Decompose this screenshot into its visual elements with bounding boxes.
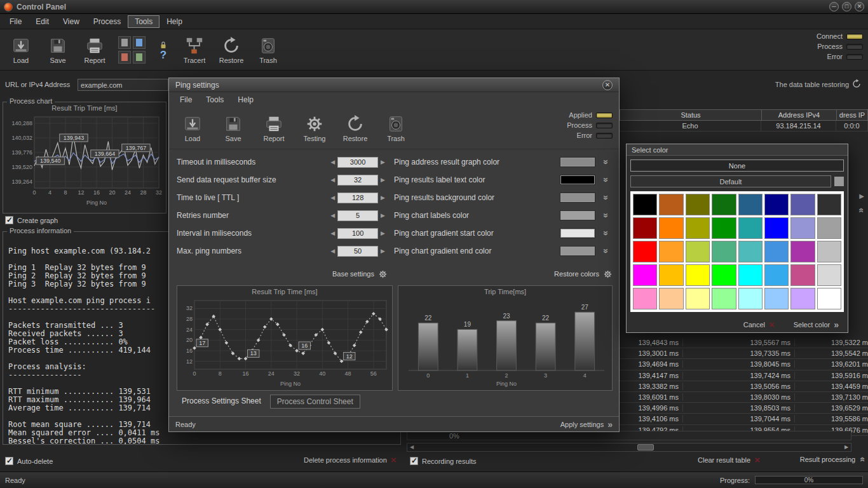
right-arrow-icon[interactable]: ▶ — [378, 212, 388, 219]
left-arrow-icon[interactable]: ◀ — [328, 159, 337, 165]
menu-item[interactable]: File — [3, 15, 29, 28]
table-row[interactable]: 139,6091 ms 139,8030 ms 139,7130 m — [620, 392, 868, 403]
palette-swatch[interactable] — [764, 288, 789, 309]
palette-swatch[interactable] — [633, 217, 657, 239]
auto-delete-checkbox[interactable]: Auto-delete — [5, 457, 53, 465]
table-row[interactable]: Echo 93.184.215.14 0:0:0 — [620, 121, 868, 132]
palette-swatch[interactable] — [738, 241, 763, 262]
apply-settings-button[interactable]: Apply settings » — [560, 421, 613, 428]
palette-swatch[interactable] — [738, 217, 763, 239]
palette-swatch[interactable] — [764, 194, 789, 215]
horizontal-scrollbar[interactable]: ◀ ▶ — [407, 443, 851, 452]
column-header-ipv6[interactable]: dress IP — [837, 110, 867, 120]
color-picker-button[interactable]: » — [600, 246, 613, 256]
restore-button[interactable]: Restore — [339, 110, 371, 147]
palette-swatch[interactable] — [686, 241, 710, 262]
palette-swatch[interactable] — [712, 264, 736, 286]
palette-swatch[interactable] — [686, 288, 710, 309]
left-arrow-icon[interactable]: ◀ — [328, 230, 337, 236]
palette-swatch[interactable] — [764, 241, 789, 262]
palette-swatch[interactable] — [712, 288, 736, 309]
color-swatch[interactable] — [560, 193, 595, 202]
menu-item[interactable]: Tools — [199, 93, 231, 106]
table-row[interactable]: 139,3382 ms 139,5056 ms 139,4459 m — [620, 381, 868, 392]
close-icon[interactable]: ✕ — [855, 2, 864, 11]
palette-swatch[interactable] — [764, 217, 789, 239]
minimize-icon[interactable]: ─ — [829, 2, 839, 11]
table-row[interactable]: 139,4996 ms 139,8503 ms 139,6529 m — [620, 403, 868, 414]
palette-swatch[interactable] — [686, 217, 710, 239]
restore-button[interactable]: Restore — [215, 32, 247, 69]
load-button[interactable]: Load — [177, 110, 208, 147]
none-color-button[interactable]: None — [630, 159, 844, 172]
save-button[interactable]: Save — [217, 110, 249, 147]
palette-swatch[interactable] — [659, 264, 683, 286]
palette-swatch[interactable] — [790, 217, 815, 239]
palette-swatch[interactable] — [790, 264, 815, 286]
buffer-size-field[interactable]: 32 — [337, 175, 378, 186]
palette-swatch[interactable] — [738, 264, 763, 286]
delete-process-information-button[interactable]: Delete process information × — [304, 456, 397, 464]
palette-swatch[interactable] — [633, 264, 657, 286]
sheet-tab[interactable]: Process Settings Sheet — [175, 395, 268, 409]
color-picker-button[interactable]: » — [600, 193, 613, 203]
report-button[interactable]: Report — [79, 32, 111, 69]
small-tool-button-1[interactable] — [118, 36, 131, 49]
palette-swatch[interactable] — [817, 217, 841, 239]
small-tool-button-2[interactable] — [133, 36, 146, 49]
palette-swatch[interactable] — [790, 241, 815, 262]
create-graph-checkbox[interactable]: Create graph — [5, 216, 58, 224]
menu-item[interactable]: Edit — [29, 15, 56, 28]
small-tool-button-3[interactable] — [118, 51, 131, 64]
palette-swatch[interactable] — [686, 264, 710, 286]
tracert-button[interactable]: Tracert — [179, 32, 210, 69]
column-header-ipv4[interactable]: Address IPv4 — [762, 110, 837, 120]
scroll-right-icon[interactable]: ▶ — [842, 444, 851, 451]
small-tool-button-4[interactable] — [133, 51, 146, 64]
data-table-restore-button[interactable] — [851, 79, 863, 90]
left-arrow-icon[interactable]: ◀ — [328, 248, 337, 254]
palette-swatch[interactable] — [659, 241, 683, 262]
color-swatch[interactable] — [560, 158, 595, 166]
load-button[interactable]: Load — [5, 32, 37, 69]
right-arrow-icon[interactable]: ▶ — [378, 248, 388, 254]
retries-field[interactable]: 5 — [337, 210, 378, 221]
maximize-icon[interactable]: □ — [842, 2, 851, 11]
recording-results-checkbox[interactable]: Recording results — [410, 457, 477, 465]
cancel-button[interactable]: Cancel × — [743, 320, 775, 329]
left-arrow-icon[interactable]: ◀ — [328, 177, 337, 183]
scroll-left-icon[interactable]: ◀ — [407, 444, 416, 451]
interval-field[interactable]: 100 — [337, 228, 378, 239]
menu-item[interactable]: File — [173, 93, 199, 106]
select-color-button[interactable]: Select color » — [794, 321, 839, 329]
default-color-button[interactable]: Default — [630, 175, 831, 187]
palette-swatch[interactable] — [686, 194, 710, 215]
table-row[interactable]: 139,4147 ms 139,7424 ms 139,5916 m — [620, 370, 868, 381]
save-button[interactable]: Save — [42, 32, 74, 69]
url-input[interactable] — [78, 79, 168, 91]
palette-swatch[interactable] — [659, 194, 683, 215]
restore-colors-button[interactable]: Restore colors — [394, 268, 613, 280]
menu-item[interactable]: Help — [159, 15, 189, 28]
right-arrow-icon[interactable]: ▶ — [378, 230, 388, 236]
table-row[interactable]: 139,4106 ms 139,7044 ms 139,5586 m — [620, 414, 868, 424]
base-settings-button[interactable]: Base settings — [177, 268, 388, 280]
close-icon[interactable]: ✕ — [602, 80, 613, 90]
palette-swatch[interactable] — [633, 241, 657, 262]
report-button[interactable]: Report — [258, 110, 290, 147]
color-picker-button[interactable]: » — [600, 175, 613, 185]
left-arrow-icon[interactable]: ◀ — [328, 212, 337, 219]
color-swatch[interactable] — [560, 175, 595, 184]
palette-swatch[interactable] — [790, 194, 815, 215]
menu-item[interactable]: Tools — [128, 15, 159, 28]
color-swatch[interactable] — [560, 229, 595, 238]
palette-swatch[interactable] — [633, 194, 657, 215]
help-button[interactable]: ? — [153, 32, 173, 68]
trash-button[interactable]: Trash — [252, 32, 284, 69]
palette-swatch[interactable] — [817, 241, 841, 262]
palette-swatch[interactable] — [659, 288, 683, 309]
palette-swatch[interactable] — [764, 264, 789, 286]
expand-right-icon[interactable]: ▶ — [859, 193, 864, 200]
palette-swatch[interactable] — [659, 217, 683, 239]
column-header-status[interactable]: Status — [620, 110, 762, 120]
